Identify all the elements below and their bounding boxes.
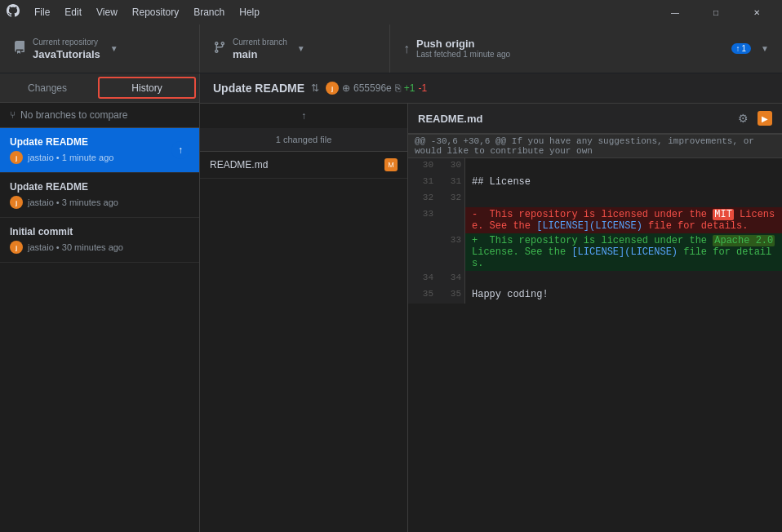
commit-author: jastaio • 3 minutes ago	[28, 197, 118, 207]
maximize-button[interactable]: □	[697, 3, 735, 21]
additions-stat: +1	[404, 82, 415, 94]
line-num-old: 30	[408, 158, 437, 175]
mit-highlight: MIT	[713, 209, 734, 220]
files-panel: ↑ 1 changed file README.md M	[200, 104, 408, 532]
toolbar-branch[interactable]: Current branch main ▼	[200, 24, 390, 73]
window-controls: — □ ✕	[656, 3, 775, 21]
expand-icon[interactable]: ▶	[758, 111, 772, 126]
line-content: ## License	[465, 175, 782, 191]
no-branches-label: No branches to compare	[20, 109, 127, 121]
commit-author: jastaio • 1 minute ago	[28, 153, 113, 162]
line-num-new: 31	[437, 175, 465, 191]
line-num-old: 33	[408, 207, 437, 233]
push-sublabel: Last fetched 1 minute ago	[416, 50, 725, 59]
avatar: j	[10, 196, 23, 209]
push-label: Push origin	[416, 38, 725, 50]
commit-title: Initial commit	[10, 226, 189, 237]
diff-line-added: 33 + This repository is licensed under t…	[408, 233, 782, 271]
repo-icon	[13, 41, 26, 57]
avatar: j	[10, 241, 23, 254]
file-badge: M	[384, 158, 398, 171]
commit-title: Update README	[10, 136, 189, 148]
diff-view: @@ -30,6 +30,6 @@ If you have any sugges…	[408, 134, 782, 532]
apache-highlight: Apache 2.0	[713, 235, 775, 246]
hash-value: 655596e	[353, 82, 392, 94]
settings-icon[interactable]: ⚙	[735, 110, 751, 126]
menu-view[interactable]: View	[90, 5, 124, 20]
line-num-new: 32	[437, 191, 465, 207]
menu-help[interactable]: Help	[233, 5, 266, 20]
line-num-new: 30	[437, 158, 465, 175]
copy-icon[interactable]: ⎘	[395, 82, 401, 94]
tab-bar: Changes History	[0, 73, 199, 103]
diff-commit-title: Update README	[213, 82, 304, 95]
line-num-new: 35	[437, 287, 465, 304]
avatar: j	[10, 151, 23, 164]
diff-header: Update README ⇅ j ⊕ 655596e ⎘ +1 -1	[200, 73, 782, 104]
push-badge: ↑ 1	[731, 43, 752, 54]
line-content	[465, 271, 782, 287]
branch-value: main	[233, 48, 287, 60]
hash-icon: ⊕	[342, 82, 350, 94]
branch-label: Current branch	[233, 38, 287, 47]
commit-author: jastaio • 30 minutes ago	[28, 242, 123, 252]
committer-avatar: j	[326, 82, 339, 95]
diff-line-removed: 33 - This repository is licensed under t…	[408, 207, 782, 233]
line-content: Happy coding!	[465, 287, 782, 304]
license-link: [LICENSE](LICENSE)	[536, 220, 642, 232]
repo-label: Current repository	[33, 38, 100, 47]
scroll-up-arrow[interactable]: ↑	[200, 104, 407, 128]
push-icon: ↑	[403, 42, 410, 56]
toolbar: Current repository JavaTutorials ▼ Curre…	[0, 24, 782, 73]
repo-dropdown-arrow: ▼	[110, 44, 118, 53]
upload-indicator: ↑	[171, 141, 189, 159]
diff-line: 30 30	[408, 158, 782, 175]
commit-item[interactable]: Update README j jastaio • 3 minutes ago	[0, 173, 199, 218]
diff-line: 32 32	[408, 191, 782, 207]
branch-icon	[213, 41, 226, 56]
commit-title: Update README	[10, 181, 189, 193]
line-num-new: 33	[437, 233, 465, 271]
branches-section: ⑂ No branches to compare	[0, 103, 199, 128]
menu-file[interactable]: File	[28, 5, 56, 20]
app-icon	[7, 4, 20, 20]
tab-history[interactable]: History	[98, 77, 196, 99]
diff-context-header: @@ -30,6 +30,6 @@ If you have any sugges…	[408, 134, 782, 158]
line-num-old: 34	[408, 271, 437, 287]
menu-branch[interactable]: Branch	[187, 5, 231, 20]
branch-dropdown-arrow: ▼	[297, 44, 305, 53]
line-content: + This repository is licensed under the …	[465, 233, 782, 271]
code-panel-header: README.md ⚙ ▶	[408, 104, 782, 134]
deletions-stat: -1	[418, 82, 427, 94]
commit-list: Update README j jastaio • 1 minute ago ↑…	[0, 128, 199, 532]
push-dropdown-arrow: ▼	[761, 44, 769, 53]
files-header: 1 changed file	[200, 128, 407, 152]
file-name: README.md	[210, 159, 268, 171]
line-num-new	[437, 207, 465, 233]
line-content	[465, 191, 782, 207]
branch-compare-icon: ⑂	[10, 109, 16, 121]
line-num-old: 31	[408, 175, 437, 191]
diff-line: 35 35 Happy coding!	[408, 287, 782, 304]
code-filename: README.md	[418, 113, 482, 125]
close-button[interactable]: ✕	[738, 3, 775, 21]
line-num-old: 32	[408, 191, 437, 207]
menu-edit[interactable]: Edit	[58, 5, 88, 20]
toolbar-push[interactable]: ↑ Push origin Last fetched 1 minute ago …	[390, 24, 782, 73]
menu-repository[interactable]: Repository	[126, 5, 185, 20]
line-content: - This repository is licensed under the …	[465, 207, 782, 233]
toolbar-repo[interactable]: Current repository JavaTutorials ▼	[0, 24, 200, 73]
commit-item[interactable]: Initial commit j jastaio • 30 minutes ag…	[0, 218, 199, 263]
diff-line: 34 34	[408, 271, 782, 287]
minimize-button[interactable]: —	[656, 3, 694, 21]
license-link: [LICENSE](LICENSE)	[571, 246, 678, 258]
line-num-old	[408, 233, 437, 271]
tab-changes[interactable]: Changes	[0, 73, 95, 102]
commit-item[interactable]: Update README j jastaio • 1 minute ago ↑	[0, 128, 199, 173]
commit-hash: j ⊕ 655596e ⎘ +1 -1	[326, 82, 427, 95]
file-item[interactable]: README.md M	[200, 152, 407, 179]
line-num-new: 34	[437, 271, 465, 287]
repo-value: JavaTutorials	[33, 48, 100, 60]
align-icon: ⇅	[311, 82, 319, 94]
line-num-old: 35	[408, 287, 437, 304]
